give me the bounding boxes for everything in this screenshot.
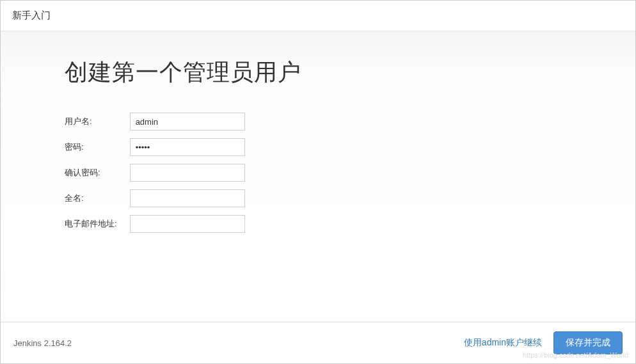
confirm-password-row: 确认密码: — [65, 160, 245, 186]
admin-user-form: 用户名: 密码: 确认密码: 全名: — [65, 109, 245, 237]
username-row: 用户名: — [65, 109, 245, 134]
email-row: 电子邮件地址: — [65, 211, 245, 237]
email-input[interactable] — [130, 215, 245, 233]
footer: Jenkins 2.164.2 使用admin账户继续 保存并完成 — [1, 322, 635, 363]
password-row: 密码: — [65, 134, 245, 160]
fullname-label: 全名: — [65, 186, 130, 211]
confirm-password-input[interactable] — [130, 164, 245, 182]
fullname-input[interactable] — [130, 189, 245, 207]
username-input[interactable] — [130, 113, 245, 131]
header: 新手入门 — [1, 1, 635, 31]
email-label: 电子邮件地址: — [65, 211, 130, 237]
fullname-row: 全名: — [65, 186, 245, 211]
username-label: 用户名: — [65, 109, 130, 134]
confirm-password-label: 确认密码: — [65, 160, 130, 186]
page-title: 创建第一个管理员用户 — [65, 57, 571, 88]
password-label: 密码: — [65, 134, 130, 160]
version-label: Jenkins 2.164.2 — [13, 338, 72, 348]
setup-wizard-window: 新手入门 创建第一个管理员用户 用户名: 密码: 确认密码: — [0, 0, 636, 364]
header-title: 新手入门 — [12, 10, 624, 22]
password-input[interactable] — [130, 138, 245, 156]
save-and-finish-button[interactable]: 保存并完成 — [553, 331, 623, 354]
footer-actions: 使用admin账户继续 保存并完成 — [464, 331, 623, 354]
continue-as-admin-link[interactable]: 使用admin账户继续 — [464, 337, 542, 349]
content-area: 创建第一个管理员用户 用户名: 密码: 确认密码: — [1, 31, 635, 322]
